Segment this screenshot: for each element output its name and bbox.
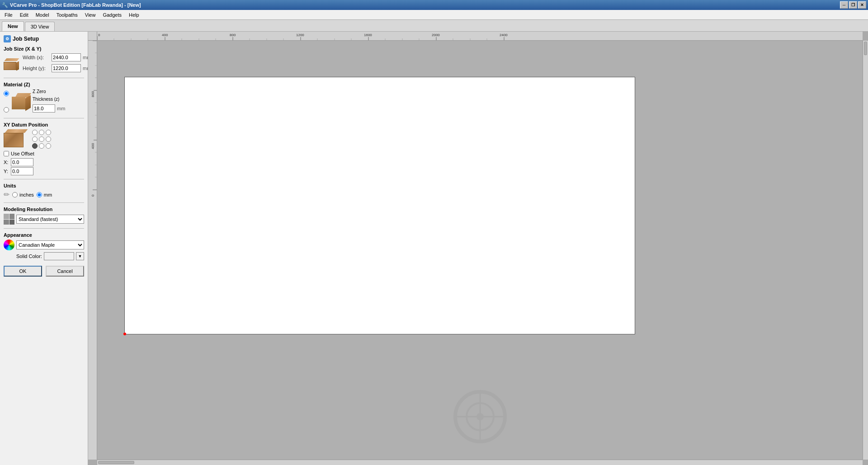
- job-setup-panel: ⚙ Job Setup Job Size (X & Y) Width (x): …: [0, 32, 88, 465]
- svg-point-50: [467, 403, 494, 430]
- use-offset-checkbox[interactable]: [4, 151, 9, 156]
- datum-dot-br[interactable]: [46, 143, 51, 149]
- svg-point-51: [476, 413, 484, 420]
- canvas-viewport[interactable]: [97, 41, 863, 460]
- tab-new[interactable]: New: [2, 21, 24, 31]
- svg-text:1200: 1200: [296, 33, 304, 37]
- main-layout: ⚙ Job Setup Job Size (X & Y) Width (x): …: [0, 32, 868, 465]
- button-row: OK Cancel: [4, 266, 84, 277]
- job-size-icon: [4, 57, 20, 70]
- y-position-row: Y:: [4, 167, 84, 175]
- height-unit: mm: [83, 66, 88, 71]
- divider-4: [4, 202, 84, 203]
- tab-3dview[interactable]: 3D View: [25, 22, 55, 31]
- z-zero-top-radio: [4, 91, 9, 96]
- datum-grid-row-3: [32, 143, 51, 149]
- divider-2: [4, 118, 84, 118]
- thickness-field: mm: [33, 104, 65, 113]
- width-field: Width (x): mm: [23, 53, 88, 61]
- z-zero-bottom-radio: [4, 107, 9, 113]
- tab-bar: New 3D View: [0, 20, 868, 32]
- material-z-label: Material (Z): [4, 82, 84, 87]
- appearance-dropdown[interactable]: Canadian Maple Oak Pine MDF Custom: [16, 240, 84, 249]
- y-label: Y:: [4, 169, 9, 174]
- menu-view[interactable]: View: [81, 10, 99, 19]
- cancel-button[interactable]: Cancel: [46, 266, 84, 277]
- x-position-row: X:: [4, 158, 84, 166]
- watermark-svg: [451, 387, 509, 446]
- menu-edit[interactable]: Edit: [16, 10, 32, 19]
- width-input[interactable]: [52, 53, 81, 61]
- menu-file[interactable]: File: [1, 10, 16, 19]
- resolution-row: Standard (fastest) High Very High Highes…: [4, 214, 84, 225]
- divider-3: [4, 179, 84, 179]
- divider-5: [4, 228, 84, 229]
- color-swatch: [44, 252, 74, 260]
- svg-text:2000: 2000: [432, 33, 440, 37]
- datum-dot-mm[interactable]: [39, 136, 44, 142]
- ruler-vertical: 1200 800 400 0: [88, 41, 97, 460]
- xy-datum-container: [4, 129, 84, 149]
- width-label: Width (x):: [23, 55, 50, 60]
- svg-point-49: [455, 392, 505, 442]
- datum-dot-tm[interactable]: [39, 130, 44, 135]
- units-mm-input[interactable]: [37, 192, 42, 197]
- ok-button[interactable]: OK: [4, 266, 42, 277]
- canvas-area: 0 400 800 1200 1600 2000 2400: [88, 32, 868, 465]
- datum-dot-mr[interactable]: [46, 136, 51, 142]
- z-zero-top-label: Z Zero: [33, 89, 65, 94]
- thickness-input[interactable]: [33, 104, 55, 113]
- units-inches-input[interactable]: [12, 192, 18, 197]
- minimize-button[interactable]: ─: [840, 1, 848, 9]
- scrollbar-horizontal[interactable]: [97, 460, 863, 465]
- watermark: [97, 387, 863, 446]
- resolution-dropdown[interactable]: Standard (fastest) High Very High Highes…: [16, 215, 84, 224]
- panel-title: ⚙ Job Setup: [4, 35, 84, 42]
- units-mm-radio: mm: [37, 192, 52, 197]
- resolution-label: Modeling Resolution: [4, 207, 84, 212]
- close-button[interactable]: ✕: [858, 1, 866, 9]
- color-swatch-button[interactable]: ▼: [76, 252, 84, 260]
- job-canvas: [124, 77, 635, 334]
- title-bar-controls[interactable]: ─ ❐ ✕: [840, 1, 866, 9]
- datum-dot-tl[interactable]: [32, 130, 38, 135]
- units-label: Units: [4, 183, 84, 188]
- ruler-h-svg: 0 400 800 1200 1600 2000 2400: [97, 32, 863, 41]
- solid-color-row: Solid Color: ▼: [4, 252, 84, 260]
- height-label: Height (y):: [23, 66, 50, 71]
- datum-dot-ml[interactable]: [32, 136, 38, 142]
- svg-text:0: 0: [98, 33, 100, 37]
- scrollbar-vertical[interactable]: [863, 41, 868, 460]
- app-icon: 🔧: [2, 2, 8, 8]
- svg-text:400: 400: [162, 33, 168, 37]
- menu-model[interactable]: Model: [32, 10, 53, 19]
- thickness-unit: mm: [57, 106, 65, 111]
- height-field: Height (y): mm: [23, 64, 88, 72]
- ruler-corner: [88, 32, 97, 41]
- title-text: VCarve Pro - ShopBot Edition [FabLab Rwa…: [10, 2, 141, 8]
- datum-dot-tr[interactable]: [46, 130, 51, 135]
- restore-button[interactable]: ❐: [849, 1, 857, 9]
- use-offset-label: Use Offset: [11, 151, 34, 156]
- datum-dot-bm[interactable]: [39, 143, 44, 149]
- svg-text:2400: 2400: [500, 33, 508, 37]
- appearance-row: Canadian Maple Oak Pine MDF Custom: [4, 240, 84, 250]
- menu-help[interactable]: Help: [125, 10, 143, 19]
- scrollbar-v-thumb[interactable]: [864, 42, 867, 55]
- menu-toolpaths[interactable]: Toolpaths: [53, 10, 81, 19]
- origin-dot: [123, 333, 126, 335]
- datum-dot-bl[interactable]: [32, 143, 38, 149]
- ruler-horizontal: 0 400 800 1200 1600 2000 2400: [97, 32, 863, 41]
- z-zero-top-input[interactable]: [4, 91, 9, 96]
- svg-text:0: 0: [91, 194, 95, 197]
- z-zero-radios: [4, 91, 9, 113]
- scrollbar-h-thumb[interactable]: [98, 461, 134, 464]
- menu-gadgets[interactable]: Gadgets: [99, 10, 125, 19]
- ruler-v-svg: 1200 800 400 0: [88, 41, 97, 460]
- divider-1: [4, 78, 84, 78]
- x-input[interactable]: [11, 158, 33, 166]
- z-zero-bottom-input[interactable]: [4, 107, 9, 113]
- height-input[interactable]: [52, 64, 81, 72]
- datum-grid-row-1: [32, 130, 51, 135]
- y-input[interactable]: [11, 167, 33, 175]
